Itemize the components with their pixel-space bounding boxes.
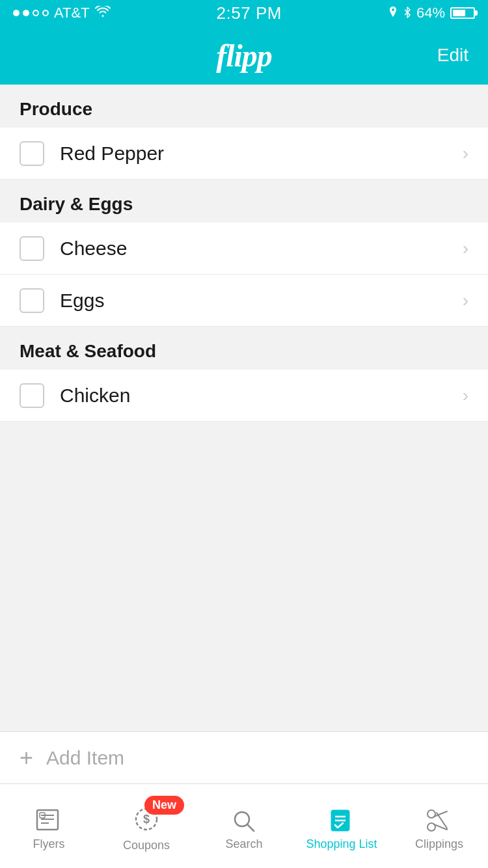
wifi-icon [95, 6, 111, 21]
status-right: 64% [388, 4, 475, 22]
add-item-bar[interactable]: + Add Item [0, 731, 488, 783]
list-item[interactable]: Chicken › [0, 370, 488, 422]
battery-percentage: 64% [416, 5, 445, 21]
tab-coupons[interactable]: New $ Coupons [98, 800, 195, 852]
chevron-icon: › [463, 143, 468, 164]
list-item[interactable]: Red Pepper › [0, 128, 488, 180]
edit-button[interactable]: Edit [437, 45, 468, 66]
item-red-pepper: Red Pepper [60, 142, 463, 165]
tab-flyers[interactable]: Flyers [0, 801, 98, 851]
chevron-icon: › [463, 290, 468, 311]
tab-clippings-label: Clippings [415, 837, 463, 851]
tab-shopping-list[interactable]: Shopping List [293, 801, 390, 851]
tab-shopping-list-label: Shopping List [306, 837, 377, 851]
signal-dot-3 [33, 10, 39, 16]
app-logo: flipp [216, 38, 272, 74]
location-icon [388, 4, 398, 22]
item-eggs: Eggs [60, 290, 463, 312]
item-chicken: Chicken [60, 385, 463, 407]
main-content: Produce Red Pepper › Dairy & Eggs Cheese… [0, 85, 488, 783]
tab-bar: Flyers New $ Coupons Search Shopping Lis… [0, 783, 488, 868]
new-badge: New [144, 796, 184, 815]
signal-dot-1 [13, 10, 20, 16]
section-produce-header: Produce [0, 85, 488, 128]
checkbox-cheese[interactable] [20, 236, 44, 261]
checkbox-eggs[interactable] [20, 288, 44, 313]
section-meat-header: Meat & Seafood [0, 327, 488, 370]
signal-dots [13, 10, 49, 16]
flyers-icon [34, 807, 63, 834]
coupons-wrapper: New $ [132, 806, 161, 835]
signal-dot-4 [42, 10, 49, 16]
tab-flyers-label: Flyers [33, 837, 65, 851]
item-cheese: Cheese [60, 237, 463, 260]
add-item-plus-icon: + [20, 746, 33, 770]
chevron-icon: › [463, 385, 468, 406]
status-left: AT&T [13, 5, 111, 21]
app-header: flipp Edit [0, 26, 488, 85]
search-icon [230, 807, 258, 834]
status-bar: AT&T 2:57 PM 64% [0, 0, 488, 26]
chevron-icon: › [463, 238, 468, 259]
checkbox-red-pepper[interactable] [20, 141, 44, 166]
bluetooth-icon [403, 4, 411, 22]
list-item[interactable]: Eggs › [0, 275, 488, 327]
battery-fill [453, 10, 465, 16]
signal-dot-2 [23, 10, 29, 16]
battery-icon [450, 7, 475, 19]
add-item-placeholder: Add Item [46, 747, 124, 769]
section-dairy-header: Dairy & Eggs [0, 180, 488, 223]
svg-text:$: $ [143, 813, 150, 826]
clippings-icon [425, 807, 454, 834]
tab-search-label: Search [225, 837, 262, 851]
shopping-list-icon [327, 807, 356, 834]
status-time: 2:57 PM [217, 3, 282, 23]
carrier-label: AT&T [54, 5, 90, 21]
svg-line-10 [247, 824, 254, 831]
tab-clippings[interactable]: Clippings [390, 801, 488, 851]
tab-search[interactable]: Search [195, 801, 293, 851]
checkbox-chicken[interactable] [20, 383, 44, 408]
list-item[interactable]: Cheese › [0, 223, 488, 275]
tab-coupons-label: Coupons [123, 839, 170, 852]
